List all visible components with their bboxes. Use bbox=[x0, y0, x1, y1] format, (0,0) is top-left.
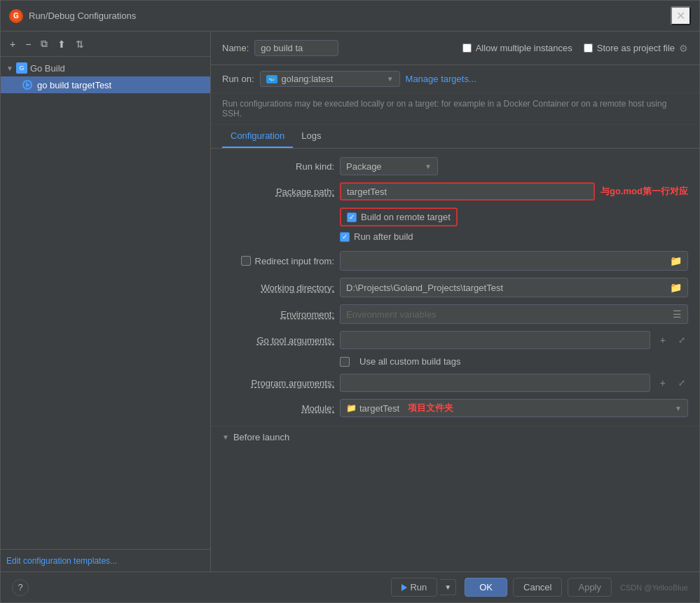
module-select[interactable]: 📁 targetTest 项目文件夹 ▼ bbox=[340, 399, 688, 417]
left-footer: Edit configuration templates... bbox=[1, 549, 210, 571]
tree-item-label: go build targetTest bbox=[37, 80, 111, 90]
environment-label: Environment: bbox=[222, 309, 334, 320]
help-button[interactable]: ? bbox=[12, 579, 29, 596]
module-annotation: 项目文件夹 bbox=[408, 402, 453, 414]
before-launch-header[interactable]: ▼ Before launch bbox=[222, 432, 688, 442]
package-path-label: Package path: bbox=[222, 187, 334, 197]
run-kind-select[interactable]: Package ▼ bbox=[340, 157, 438, 175]
package-path-row: Package path: targetTest 与go.mod第一行对应 bbox=[222, 182, 688, 201]
environment-control: Environment variables ☰ bbox=[340, 304, 688, 324]
go-run-item-icon bbox=[22, 79, 33, 90]
tree-area: ▼ G Go Build go build targetTest bbox=[1, 57, 210, 549]
go-tool-args-control[interactable] bbox=[340, 331, 650, 349]
allow-multiple-group: Allow multiple instances bbox=[462, 43, 572, 53]
group-icon: G bbox=[16, 62, 27, 74]
run-kind-row: Run kind: Package ▼ bbox=[222, 157, 688, 175]
redirect-input-label: Redirect input from: bbox=[222, 256, 334, 266]
run-after-build-checkbox[interactable]: ✓ bbox=[340, 232, 350, 242]
custom-build-tags-row: Use all custom build tags bbox=[340, 356, 688, 367]
watermark-text: CSDN @YellooBlue bbox=[620, 583, 688, 592]
environment-placeholder: Environment variables bbox=[346, 309, 667, 320]
target-value: golang:latest bbox=[282, 74, 334, 84]
environment-edit-button[interactable]: ☰ bbox=[670, 307, 685, 321]
run-debug-dialog: G Run/Debug Configurations ✕ + − ⧉ ⬆ ⇅ ▼… bbox=[0, 0, 700, 603]
go-tool-args-row: Go tool arguments: + ⤢ bbox=[222, 331, 688, 349]
run-arrow-icon bbox=[402, 584, 407, 591]
before-launch-section: ▼ Before launch bbox=[211, 426, 699, 452]
title-bar: G Run/Debug Configurations ✕ bbox=[1, 1, 699, 32]
left-panel: + − ⧉ ⬆ ⇅ ▼ G Go Build bbox=[1, 32, 211, 571]
program-args-label: Program arguments: bbox=[222, 378, 334, 388]
run-button-label: Run bbox=[410, 582, 427, 592]
close-button[interactable]: ✕ bbox=[671, 6, 691, 25]
run-button[interactable]: Run bbox=[391, 578, 437, 597]
program-args-add-button[interactable]: + bbox=[656, 376, 670, 390]
go-tool-expand-button[interactable]: ⤢ bbox=[675, 334, 688, 346]
run-dropdown-button[interactable]: ▼ bbox=[440, 579, 456, 595]
copy-config-button[interactable]: ⧉ bbox=[37, 36, 51, 52]
build-on-remote-row: ✓ Build on remote target bbox=[340, 208, 458, 226]
app-icon: G bbox=[9, 9, 23, 23]
config-header: Name: Allow multiple instances Store as … bbox=[211, 32, 699, 65]
run-kind-arrow: ▼ bbox=[425, 163, 432, 170]
working-dir-label: Working directory: bbox=[222, 283, 334, 293]
store-project-checkbox[interactable] bbox=[584, 43, 593, 53]
environment-row: Environment: Environment variables ☰ bbox=[222, 304, 688, 324]
docker-icon: 🐳 bbox=[266, 75, 277, 83]
package-path-input[interactable]: targetTest bbox=[340, 182, 595, 201]
redirect-input-row: Redirect input from: 📁 bbox=[222, 251, 688, 271]
run-after-build-row: ✓ Run after build bbox=[340, 229, 688, 244]
checkboxes-group: ✓ Build on remote target ✓ Run after bui… bbox=[340, 208, 688, 244]
store-project-group: Store as project file ⚙ bbox=[584, 43, 688, 54]
apply-button[interactable]: Apply bbox=[568, 578, 612, 597]
redirect-input-checkbox[interactable] bbox=[241, 256, 251, 266]
module-dropdown-arrow: ▼ bbox=[675, 405, 682, 412]
tab-configuration[interactable]: Configuration bbox=[222, 125, 293, 148]
dialog-title: Run/Debug Configurations bbox=[29, 11, 665, 21]
run-on-row: Run on: 🐳 golang:latest ▼ Manage targets… bbox=[211, 65, 699, 93]
before-launch-label: Before launch bbox=[233, 432, 289, 442]
settings-icon: ⚙ bbox=[679, 43, 688, 54]
package-path-annotation: 与go.mod第一行对应 bbox=[601, 185, 688, 198]
go-run-icon bbox=[22, 80, 32, 90]
tab-logs[interactable]: Logs bbox=[293, 125, 329, 148]
allow-multiple-checkbox[interactable] bbox=[462, 43, 472, 53]
module-row: Module: 📁 targetTest 项目文件夹 ▼ bbox=[222, 399, 688, 417]
main-content: + − ⧉ ⬆ ⇅ ▼ G Go Build bbox=[1, 32, 699, 571]
name-row: Name: bbox=[222, 40, 451, 56]
build-on-remote-label: Build on remote target bbox=[361, 212, 451, 222]
run-after-build-label: Run after build bbox=[354, 231, 413, 242]
module-label: Module: bbox=[222, 403, 334, 414]
go-tool-args-label: Go tool arguments: bbox=[222, 335, 334, 346]
redirect-input-folder-button[interactable]: 📁 bbox=[667, 254, 685, 268]
go-tool-add-button[interactable]: + bbox=[656, 333, 670, 347]
custom-build-tags-checkbox[interactable] bbox=[340, 357, 350, 367]
tree-group-label: Go Build bbox=[30, 63, 65, 74]
tree-item-go-build-target[interactable]: go build targetTest bbox=[1, 76, 210, 93]
run-on-label: Run on: bbox=[222, 74, 254, 84]
program-args-control[interactable] bbox=[340, 374, 650, 392]
store-project-label: Store as project file bbox=[597, 43, 675, 53]
move-up-button[interactable]: ⬆ bbox=[54, 36, 69, 52]
remove-config-button[interactable]: − bbox=[22, 36, 34, 52]
sort-button[interactable]: ⇅ bbox=[72, 36, 88, 52]
working-dir-value: D:\Projects\Goland_Projects\targetTest bbox=[346, 283, 664, 293]
working-dir-folder-button[interactable]: 📁 bbox=[667, 280, 685, 294]
ok-button[interactable]: OK bbox=[465, 578, 507, 597]
manage-targets-link[interactable]: Manage targets... bbox=[406, 74, 476, 84]
config-body: Run kind: Package ▼ Package path: target… bbox=[211, 149, 699, 426]
package-path-value: targetTest bbox=[347, 187, 387, 197]
name-input[interactable] bbox=[254, 40, 338, 56]
run-kind-value: Package bbox=[346, 161, 382, 172]
program-args-expand-button[interactable]: ⤢ bbox=[675, 377, 688, 389]
cancel-button[interactable]: Cancel bbox=[513, 578, 562, 597]
build-on-remote-checkbox[interactable]: ✓ bbox=[347, 212, 357, 222]
tabs-row: Configuration Logs bbox=[211, 125, 699, 149]
before-launch-arrow: ▼ bbox=[222, 433, 229, 441]
right-panel: Name: Allow multiple instances Store as … bbox=[211, 32, 699, 571]
edit-templates-link[interactable]: Edit configuration templates... bbox=[6, 556, 117, 566]
target-select[interactable]: 🐳 golang:latest ▼ bbox=[260, 71, 400, 87]
tree-group-header[interactable]: ▼ G Go Build bbox=[1, 60, 210, 76]
add-config-button[interactable]: + bbox=[6, 36, 19, 52]
program-args-row: Program arguments: + ⤢ bbox=[222, 374, 688, 392]
